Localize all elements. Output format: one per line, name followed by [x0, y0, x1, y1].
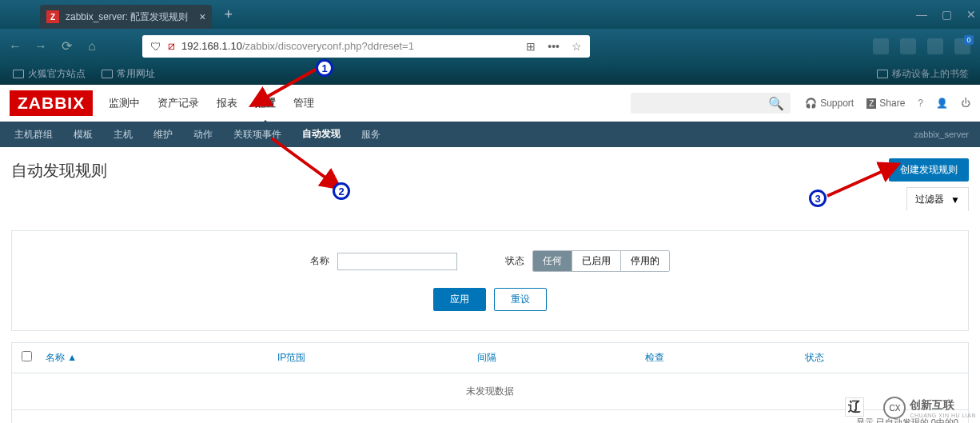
mobile-bookmarks[interactable]: 移动设备上的书签	[877, 67, 969, 81]
subnav-maintenance[interactable]: 维护	[150, 122, 176, 148]
ext2-icon[interactable]	[900, 38, 916, 54]
help-icon[interactable]: ?	[918, 98, 923, 109]
search-icon: 🔍	[768, 96, 784, 111]
reset-button[interactable]: 重设	[494, 288, 547, 311]
top-links: 🎧 Support Z Share ? 👤 ⏻	[805, 98, 970, 109]
tab-title: zabbix_server: 配置发现规则	[66, 10, 188, 24]
subnav-services[interactable]: 服务	[358, 122, 384, 148]
table-header: 名称 ▲ IP范围 间隔 检查 状态	[12, 343, 968, 373]
share-label: Share	[879, 98, 905, 109]
top-menu: 监测中 资产记录 报表 配置 管理	[109, 86, 314, 120]
bookmark-label: 移动设备上的书签	[892, 67, 969, 81]
subnav-actions[interactable]: 动作	[190, 122, 216, 148]
url-host: 192.168.1.10	[181, 40, 242, 52]
annotation-marker-1: 1	[316, 59, 333, 77]
col-status: 状态	[805, 351, 958, 365]
reader-icon[interactable]: ⊞	[526, 40, 536, 53]
topmenu-configuration[interactable]: 配置	[255, 86, 276, 120]
watermark-small-icon: 辽	[845, 397, 864, 417]
watermark-logo-icon: CX	[883, 397, 906, 419]
col-name[interactable]: 名称 ▲	[46, 351, 277, 365]
status-disabled[interactable]: 停用的	[621, 251, 669, 271]
folder-icon	[13, 70, 24, 78]
name-label: 名称	[310, 254, 329, 268]
more-icon[interactable]: •••	[548, 40, 560, 53]
server-name: zabbix_server	[914, 130, 969, 139]
table-empty: 未发现数据	[12, 373, 968, 409]
bookmark-star-icon[interactable]: ☆	[572, 40, 582, 53]
ext1-icon[interactable]	[873, 38, 889, 54]
shield-icon[interactable]: 🛡	[150, 40, 161, 53]
sidebar-icon[interactable]	[927, 38, 943, 54]
subnav-discovery[interactable]: 自动发现	[299, 121, 344, 149]
bookmark-label: 火狐官方站点	[28, 67, 86, 81]
table-footer: 显示 已自动发现的 0中的0	[12, 409, 968, 423]
bookmark-item[interactable]: 火狐官方站点	[13, 67, 86, 81]
maximize-icon[interactable]: ▢	[942, 8, 952, 21]
browser-titlebar: Z zabbix_server: 配置发现规则 × + — ▢ ✕	[0, 0, 980, 29]
watermark-brand: 创新互联	[910, 398, 954, 411]
col-ip: IP范围	[277, 351, 477, 365]
folder-icon	[102, 70, 113, 78]
favicon: Z	[46, 10, 59, 23]
browser-tab[interactable]: Z zabbix_server: 配置发现规则 ×	[40, 5, 212, 29]
share-z-icon: Z	[866, 98, 876, 109]
support-label: Support	[820, 98, 854, 109]
filter-panel: 名称 状态 任何 已启用 停用的 应用 重设	[11, 230, 969, 331]
page-content: 自动发现规则 创建发现规则 过滤器 ▼ 名称 状态 任何 已启用 停用的 应用 …	[0, 147, 980, 423]
status-any[interactable]: 任何	[533, 251, 572, 271]
close-window-icon[interactable]: ✕	[966, 8, 976, 21]
apply-button[interactable]: 应用	[433, 288, 486, 311]
annotation-marker-2: 2	[333, 182, 350, 200]
subnav-correlation[interactable]: 关联项事件	[230, 122, 285, 148]
url-text: 192.168.1.10/zabbix/discoveryconf.php?dd…	[181, 40, 520, 52]
subnav-hostgroups[interactable]: 主机群组	[11, 122, 56, 148]
bookmark-item[interactable]: 常用网址	[102, 67, 155, 81]
zabbix-topnav: ZABBIX 监测中 资产记录 报表 配置 管理 🔍 🎧 Support Z S…	[0, 85, 980, 122]
headset-icon: 🎧	[805, 98, 817, 109]
search-input[interactable]: 🔍	[631, 93, 791, 114]
window-controls: — ▢ ✕	[916, 8, 976, 21]
watermark-sub: CHUANG XIN HU LIAN	[910, 413, 976, 418]
topmenu-monitoring[interactable]: 监测中	[109, 86, 140, 120]
status-enabled[interactable]: 已启用	[572, 251, 621, 271]
url-path: /zabbix/discoveryconf.php?ddreset=1	[242, 40, 414, 52]
name-field-group: 名称	[310, 253, 457, 270]
zabbix-subnav: 主机群组 模板 主机 维护 动作 关联项事件 自动发现 服务 zabbix_se…	[0, 122, 980, 147]
topmenu-inventory[interactable]: 资产记录	[157, 86, 199, 120]
status-button-group: 任何 已启用 停用的	[532, 250, 670, 272]
close-tab-icon[interactable]: ×	[199, 10, 205, 23]
topmenu-administration[interactable]: 管理	[293, 86, 314, 120]
reload-icon[interactable]: ⟳	[59, 38, 74, 54]
create-rule-button[interactable]: 创建发现规则	[889, 158, 969, 182]
blocked-icon[interactable]: ⧄	[168, 39, 175, 53]
user-icon[interactable]: 👤	[936, 98, 948, 109]
filter-tab-label: 过滤器	[915, 193, 944, 206]
url-bar[interactable]: 🛡 ⧄ 192.168.1.10/zabbix/discoveryconf.ph…	[142, 35, 590, 58]
power-icon[interactable]: ⏻	[961, 98, 970, 109]
page-title: 自动发现规则	[11, 155, 969, 186]
name-input[interactable]	[337, 253, 457, 270]
annotation-marker-3: 3	[809, 190, 827, 207]
library-icon[interactable]	[954, 38, 970, 54]
browser-navbar: ← → ⟳ ⌂ 🛡 ⧄ 192.168.1.10/zabbix/discover…	[0, 29, 980, 63]
col-check: 检查	[645, 351, 805, 365]
filter-icon: ▼	[950, 194, 960, 206]
filter-tab[interactable]: 过滤器 ▼	[906, 187, 969, 211]
zabbix-logo[interactable]: ZABBIX	[10, 90, 93, 116]
bookmark-label: 常用网址	[117, 67, 155, 81]
discovery-table: 名称 ▲ IP范围 间隔 检查 状态 未发现数据 显示 已自动发现的 0中的0	[11, 342, 969, 423]
forward-icon[interactable]: →	[34, 39, 48, 54]
col-interval: 间隔	[477, 351, 645, 365]
folder-icon	[877, 70, 888, 78]
support-link[interactable]: 🎧 Support	[805, 98, 854, 109]
home-icon[interactable]: ⌂	[85, 39, 99, 54]
subnav-hosts[interactable]: 主机	[110, 122, 136, 148]
subnav-templates[interactable]: 模板	[70, 122, 96, 148]
minimize-icon[interactable]: —	[916, 8, 927, 21]
topmenu-reports[interactable]: 报表	[217, 86, 237, 120]
new-tab-button[interactable]: +	[224, 6, 233, 23]
share-link[interactable]: Z Share	[866, 98, 905, 109]
back-icon[interactable]: ←	[8, 39, 22, 54]
select-all-checkbox[interactable]	[22, 351, 32, 361]
